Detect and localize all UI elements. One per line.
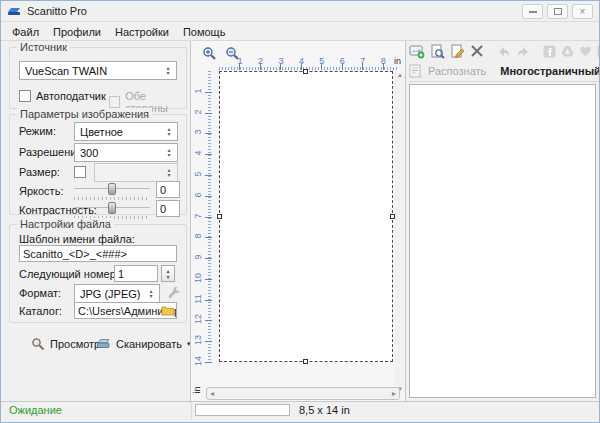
brightness-input[interactable]: 0 — [156, 181, 180, 198]
horizontal-scrollbar[interactable]: ◂ ▸ — [206, 387, 400, 400]
preview-button[interactable]: Просмотр — [31, 337, 100, 351]
file-settings-group: Настройки файла Шаблон имени файла: Scan… — [9, 224, 187, 323]
drive-share-icon — [561, 43, 574, 60]
maximize-icon — [554, 8, 562, 15]
scanner-device-value: VueScan TWAIN — [25, 65, 107, 77]
multipage-dropdown-button[interactable]: Многостраничный — [500, 65, 600, 77]
close-button[interactable]: × — [572, 4, 593, 19]
scan-settings-panel: Источник VueScan TWAIN ▴▾ Автоподатчик О… — [9, 45, 187, 397]
filename-template-input[interactable]: Scanitto_<D>_<###> — [19, 245, 177, 262]
chevron-updown-icon: ▴▾ — [162, 62, 174, 79]
window-title: Scanitto Pro — [27, 5, 87, 17]
scanner-device-select[interactable]: VueScan TWAIN ▴▾ — [19, 61, 177, 80]
size-label: Размер: — [19, 166, 60, 178]
size-checkbox[interactable] — [74, 166, 86, 178]
format-value: JPG (JPEG) — [80, 288, 141, 300]
v-ruler-number: 1 — [193, 84, 203, 98]
status-separator — [191, 402, 192, 419]
edit-image-button[interactable] — [450, 43, 465, 60]
contrast-slider[interactable] — [74, 200, 150, 220]
resolution-value: 300 — [80, 147, 98, 159]
v-ruler-number: 6 — [193, 188, 203, 202]
menu-file[interactable]: Файл — [5, 24, 46, 40]
menu-bar: Файл Профили Настройки Помощь — [1, 23, 599, 41]
format-select[interactable]: JPG (JPEG) ▴▾ — [74, 284, 160, 303]
spin-down-icon: ▾ — [166, 274, 169, 280]
scroll-left-icon[interactable]: ◂ — [210, 390, 214, 398]
folder-browse-icon[interactable] — [161, 305, 175, 316]
scanner-icon — [96, 337, 111, 350]
minimize-button[interactable] — [522, 4, 543, 19]
next-number-value: 1 — [118, 268, 124, 280]
next-number-label: Следующий номер: — [19, 268, 119, 280]
delete-image-button[interactable] — [470, 43, 484, 60]
v-ruler-number: 9 — [193, 250, 203, 264]
redo-button — [516, 43, 531, 60]
v-ruler-number: 7 — [193, 209, 203, 223]
format-label: Формат: — [19, 287, 61, 299]
brightness-label: Яркость: — [19, 185, 63, 197]
title-bar: Scanitto Pro × — [1, 1, 599, 22]
selection-handle-top[interactable] — [303, 69, 308, 74]
next-number-stepper[interactable]: ▴▾ — [161, 265, 175, 282]
selection-handle-left[interactable] — [217, 214, 222, 219]
source-group-title: Источник — [17, 41, 70, 53]
autofeeder-checkbox[interactable]: Автоподатчик — [19, 90, 106, 102]
scan-button-label: Сканировать — [116, 338, 182, 350]
brightness-slider[interactable] — [74, 181, 150, 201]
folder-input[interactable]: C:\Users\Администратор\Pict — [74, 302, 177, 319]
zoom-in-button[interactable] — [199, 44, 219, 62]
vertical-scrollbar[interactable]: ▴ ▾ — [395, 71, 405, 393]
preview-button-label: Просмотр — [50, 338, 100, 350]
close-icon: × — [580, 7, 586, 17]
window-controls: × — [522, 4, 593, 19]
page-size-readout: 8,5 x 14 in — [299, 404, 350, 416]
folder-label: Каталог: — [19, 305, 62, 317]
menu-help[interactable]: Помощь — [176, 24, 233, 40]
scanned-pages-list[interactable] — [409, 84, 596, 398]
horizontal-ruler-unit: in — [394, 56, 401, 66]
v-ruler-number: 5 — [193, 167, 203, 181]
preview-magnifier-icon — [31, 337, 45, 351]
maximize-button[interactable] — [547, 4, 568, 19]
results-panel: Распознать Многостраничный ▾ — [407, 41, 599, 401]
size-select: ▴▾ — [94, 163, 178, 182]
filename-template-label: Шаблон имени файла: — [19, 233, 135, 245]
mode-label: Режим: — [19, 125, 56, 137]
scan-button[interactable]: Сканировать ▾ — [96, 337, 190, 350]
mode-value: Цветное — [80, 126, 123, 138]
slider-thumb[interactable] — [108, 183, 116, 195]
autofeeder-label: Автоподатчик — [36, 90, 106, 102]
brightness-value: 0 — [160, 184, 166, 196]
view-image-button[interactable] — [430, 43, 445, 60]
resolution-select[interactable]: 300 ▴▾ — [74, 143, 178, 162]
ocr-row: Распознать Многостраничный ▾ — [409, 62, 599, 80]
heart-share-icon — [579, 43, 592, 60]
slider-thumb[interactable] — [108, 202, 116, 214]
filename-template-value: Scanitto_<D>_<###> — [23, 248, 127, 260]
results-toolbar — [409, 41, 599, 61]
add-image-button[interactable] — [409, 43, 425, 60]
contrast-input[interactable]: 0 — [156, 200, 180, 217]
checkbox-icon — [19, 90, 31, 102]
vertical-ruler-unit: in — [192, 386, 202, 393]
next-number-input[interactable]: 1 — [114, 265, 158, 282]
scroll-right-icon[interactable]: ▸ — [392, 390, 396, 398]
scan-preview-page[interactable] — [219, 71, 393, 362]
scroll-up-icon[interactable]: ▴ — [398, 71, 402, 79]
checkbox-icon — [74, 166, 86, 178]
menu-settings[interactable]: Настройки — [108, 24, 176, 40]
v-ruler-number: 10 — [193, 271, 203, 285]
v-ruler-number: 12 — [193, 312, 203, 326]
format-settings-wrench-icon[interactable] — [166, 285, 181, 300]
recognize-button: Распознать — [428, 65, 486, 77]
v-ruler-number: 11 — [193, 292, 203, 306]
selection-handle-bottom[interactable] — [303, 359, 308, 364]
mode-select[interactable]: Цветное ▴▾ — [74, 122, 178, 141]
chevron-updown-icon: ▴▾ — [145, 285, 157, 302]
undo-button — [496, 43, 511, 60]
v-ruler-number: 14 — [193, 354, 203, 368]
menu-profiles[interactable]: Профили — [46, 24, 108, 40]
image-parameters-title: Параметры изображения — [17, 108, 152, 120]
checkbox-icon — [109, 96, 120, 108]
